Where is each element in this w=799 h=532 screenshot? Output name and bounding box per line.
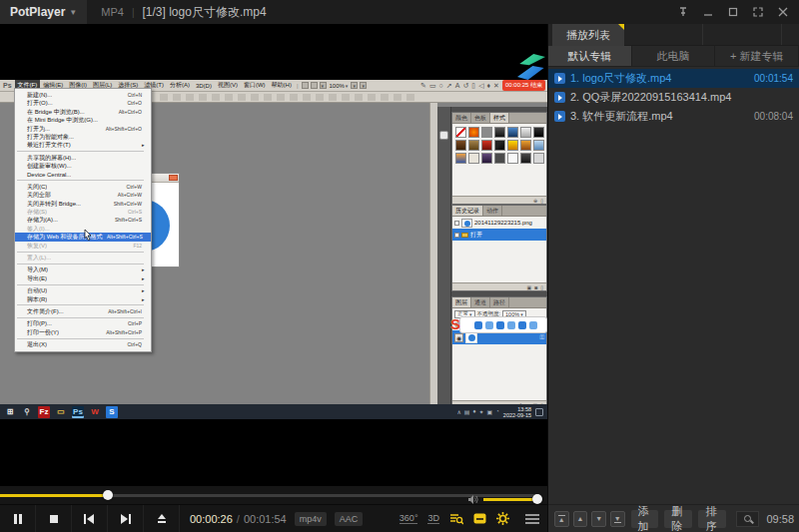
seek-thumb[interactable]	[103, 490, 113, 500]
style-swatch[interactable]	[455, 153, 466, 164]
file-menu-item[interactable]: 最近打开文件(T)	[15, 141, 151, 149]
volume-thumb[interactable]	[532, 494, 542, 504]
tray-icon[interactable]: ◔	[495, 408, 499, 415]
panel-tab[interactable]: 颜色	[452, 113, 471, 123]
taskbar-icon[interactable]: Fz	[38, 406, 50, 418]
move-down-button[interactable]: ▼	[591, 511, 606, 527]
next-button[interactable]	[108, 505, 144, 532]
vr-360-button[interactable]: 360°	[400, 513, 418, 524]
file-menu-item[interactable]: 创建新审核(W)...	[15, 162, 151, 170]
app-menu-button[interactable]: PotPlayer ▼	[0, 0, 87, 24]
file-menu-item[interactable]: 存储为(A)... Shift+Ctrl+S	[15, 216, 151, 224]
style-swatch[interactable]	[533, 127, 544, 138]
file-menu-item[interactable]: 共享我的屏幕(H)...	[15, 154, 151, 162]
panel-tab[interactable]: 样式	[490, 113, 509, 123]
style-swatch[interactable]	[520, 140, 531, 151]
style-swatch[interactable]	[533, 153, 544, 164]
delete-button[interactable]: 删除	[664, 510, 692, 528]
playlist-search-box[interactable]	[736, 511, 758, 527]
seek-bar[interactable]	[0, 494, 539, 497]
file-menu-item[interactable]: 签入(I)...	[15, 225, 151, 233]
recorder-speaker-icon[interactable]	[507, 321, 515, 329]
move-top-button[interactable]: ▲	[554, 511, 569, 527]
recorder-tool-icon[interactable]: ○	[439, 82, 443, 90]
recorder-tool-icon[interactable]: ♦	[487, 82, 491, 90]
style-swatch[interactable]	[455, 140, 466, 151]
playlist-item[interactable]: 3. 软件更新流程.mp4 00:08:04	[548, 107, 799, 126]
file-menu-item[interactable]: Device Central...	[15, 171, 151, 179]
album-tab[interactable]: 默认专辑	[548, 46, 632, 66]
menu-hamburger-icon[interactable]	[525, 514, 539, 524]
pin-icon[interactable]	[677, 6, 689, 18]
ps-menu-item[interactable]: 分析(A)	[167, 80, 193, 91]
playlist-item[interactable]: 2. QQ录屏20220915163414.mp4	[548, 88, 799, 107]
taskbar-icon[interactable]: ▭	[55, 406, 67, 418]
file-menu-item[interactable]: 存储(S) Ctrl+S	[15, 208, 151, 216]
video-display-area[interactable]: Ps 文件(F) 编辑(E) 图像(I) 图层(L) 选择(S) 滤镜(T)	[0, 24, 547, 486]
file-menu-item[interactable]: 新建(N)... Ctrl+N	[15, 91, 151, 99]
recorder-mic-icon[interactable]	[496, 321, 504, 329]
panel-tab[interactable]: 色板	[471, 113, 490, 123]
file-menu-item[interactable]: 存储为 Web 和设备所用格式(D)... Alt+Shift+Ctrl+S	[15, 233, 151, 241]
file-menu-item[interactable]: 在 Bridge 中浏览(B)... Alt+Ctrl+O	[15, 108, 151, 116]
playlist-item[interactable]: 1. logo尺寸修改.mp4 00:01:54	[548, 69, 799, 88]
history-step-checkbox[interactable]	[454, 233, 459, 238]
mini-bridge-icon[interactable]	[311, 82, 318, 89]
style-swatch[interactable]	[481, 140, 492, 151]
recorder-settings-icon[interactable]	[518, 321, 526, 329]
file-menu-item[interactable]: 在 Mini Bridge 中浏览(G)...	[15, 116, 151, 124]
recorder-floating-toolbar[interactable]: S	[459, 316, 547, 333]
album-tab[interactable]: + 新建专辑	[715, 46, 799, 66]
ps-menu-item[interactable]: 帮助(H)	[269, 80, 295, 91]
taskbar-icon[interactable]: ⚲	[21, 406, 33, 418]
previous-button[interactable]	[72, 505, 108, 532]
document-close-icon[interactable]	[169, 175, 178, 181]
taskbar-clock[interactable]: 13:58 2022-09-15	[503, 406, 531, 418]
style-swatch[interactable]	[494, 153, 505, 164]
stop-button[interactable]	[36, 505, 72, 532]
open-file-button[interactable]	[144, 505, 180, 532]
history-snapshot-row[interactable]: 20141129223215.png	[452, 217, 546, 229]
notification-center-icon[interactable]	[535, 408, 543, 416]
file-menu-item[interactable]: 置入(L)...	[15, 254, 151, 262]
file-menu-item[interactable]: 关闭并转到 Bridge... Shift+Ctrl+W	[15, 200, 151, 208]
taskbar-icon[interactable]: ⊞	[4, 406, 16, 418]
panel-tab[interactable]: 历史记录	[452, 206, 483, 216]
video-codec-badge[interactable]: mp4v	[295, 512, 327, 526]
ps-menu-item[interactable]: 窗口(W)	[241, 80, 269, 91]
style-swatch[interactable]	[507, 153, 518, 164]
taskbar-icon[interactable]: S	[106, 406, 118, 418]
recorder-tool-icon[interactable]: ↺	[462, 82, 468, 90]
recorder-pen-icon[interactable]	[485, 321, 493, 329]
style-swatch[interactable]	[468, 127, 479, 138]
style-swatch[interactable]	[468, 140, 479, 151]
minimize-button[interactable]	[702, 6, 714, 18]
add-button[interactable]: 添加	[631, 510, 659, 528]
file-menu-item[interactable]: 恢复(V) F12	[15, 242, 151, 250]
tray-icon[interactable]: ▣	[487, 408, 493, 415]
style-swatch[interactable]	[494, 127, 505, 138]
panel-tab[interactable]: 路径	[490, 297, 509, 307]
move-bottom-button[interactable]: ▼	[610, 511, 625, 527]
collapse-panels-icon[interactable]	[439, 131, 448, 140]
album-tab[interactable]: 此电脑	[632, 46, 716, 66]
screen-mode-icon[interactable]	[360, 82, 367, 89]
style-swatch[interactable]	[481, 153, 492, 164]
recorder-tool-icon[interactable]: ✎	[420, 82, 426, 90]
style-swatch[interactable]	[494, 140, 505, 151]
file-menu-item[interactable]: 导入(M)	[15, 266, 151, 273]
move-up-button[interactable]: ▲	[573, 511, 588, 527]
playlist-search-icon[interactable]	[449, 513, 463, 525]
recorder-tool-icon[interactable]: ✕	[493, 82, 499, 90]
audio-codec-badge[interactable]: AAC	[335, 512, 364, 526]
view-extras-icon[interactable]	[320, 82, 327, 89]
history-source-checkbox[interactable]	[454, 221, 459, 226]
subtitle-panel-icon[interactable]	[473, 513, 486, 524]
taskbar-icon[interactable]: Ps	[72, 406, 84, 418]
ps-menu-item[interactable]: 3D(D)	[193, 82, 215, 90]
style-swatch[interactable]	[520, 153, 531, 164]
style-swatch[interactable]	[520, 127, 531, 138]
recorder-tool-icon[interactable]: ↗	[446, 82, 452, 90]
style-swatch[interactable]	[533, 140, 544, 151]
close-button[interactable]	[777, 6, 789, 18]
